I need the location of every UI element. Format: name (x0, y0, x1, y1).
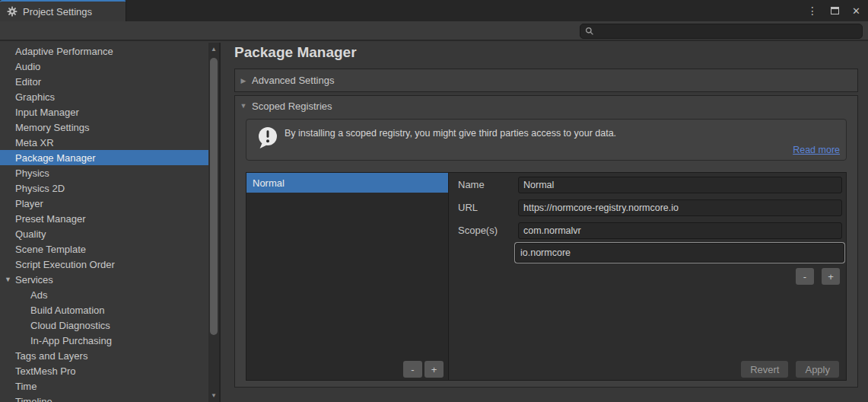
settings-sidebar: Adaptive Performance Audio Editor Graphi… (0, 43, 221, 402)
search-icon (585, 27, 594, 36)
sidebar-item-scene-template[interactable]: Scene Template (0, 241, 219, 257)
scoped-registries-section: ▼ Scoped Registries By installing a scop… (234, 95, 858, 388)
info-icon (256, 125, 280, 151)
scope-field-1[interactable] (518, 222, 842, 239)
scroll-up-icon[interactable]: ▲ (208, 46, 219, 53)
scroll-down-icon[interactable]: ▼ (208, 392, 219, 399)
sidebar-item-cloud-diagnostics[interactable]: Cloud Diagnostics (0, 317, 219, 333)
sidebar-item-physics[interactable]: Physics (0, 165, 219, 180)
sidebar-item-build-automation[interactable]: Build Automation (0, 302, 219, 317)
sidebar-item-script-execution-order[interactable]: Script Execution Order (0, 257, 219, 272)
scrollbar-thumb[interactable] (210, 58, 218, 335)
registry-list: Normal - + (246, 173, 449, 380)
sidebar-item-editor[interactable]: Editor (0, 74, 219, 89)
sidebar-item-services[interactable]: ▼ Services (0, 272, 219, 287)
settings-content: Package Manager ▶ Advanced Settings ▼ Sc… (222, 43, 868, 402)
add-scope-button[interactable]: + (822, 268, 840, 285)
scope-field-2-focused[interactable] (515, 243, 844, 263)
scope-buttons: - + (796, 268, 840, 285)
add-registry-button[interactable]: + (424, 361, 444, 378)
settings-toolbar (0, 21, 868, 41)
registry-list-item-normal[interactable]: Normal (246, 173, 448, 193)
sidebar-item-package-manager[interactable]: Package Manager (0, 150, 219, 165)
window-controls: ⋮ ✕ (807, 0, 860, 21)
maximize-icon[interactable] (831, 7, 839, 14)
sidebar-item-meta-xr[interactable]: Meta XR (0, 135, 219, 150)
search-input[interactable] (597, 25, 862, 37)
sidebar-item-input-manager[interactable]: Input Manager (0, 104, 219, 120)
revert-button[interactable]: Revert (741, 361, 788, 378)
gear-icon (7, 6, 17, 17)
sidebar-item-memory-settings[interactable]: Memory Settings (0, 120, 219, 135)
sidebar-item-timeline[interactable]: Timeline (0, 394, 219, 402)
scoped-registries-foldout[interactable]: ▼ Scoped Registries (235, 96, 857, 116)
registry-panel: Normal - + Name URL Scope(s) (246, 172, 847, 381)
tab-title: Project Settings (23, 6, 92, 18)
sidebar-scrollbar[interactable]: ▲ ▼ (208, 43, 219, 402)
sidebar-item-quality[interactable]: Quality (0, 226, 219, 241)
search-box[interactable] (580, 24, 863, 39)
sidebar-item-tags-and-layers[interactable]: Tags and Layers (0, 348, 219, 363)
title-bar: Project Settings ⋮ ✕ (0, 0, 868, 21)
scoped-registry-warning: By installing a scoped registry, you mig… (246, 119, 847, 161)
apply-button[interactable]: Apply (796, 361, 839, 378)
name-label: Name (458, 179, 485, 190)
sidebar-item-time[interactable]: Time (0, 378, 219, 394)
warning-text: By installing a scoped registry, you mig… (285, 128, 800, 139)
sidebar-item-in-app-purchasing[interactable]: In-App Purchasing (0, 333, 219, 348)
remove-registry-button[interactable]: - (403, 361, 422, 378)
form-action-buttons: Revert Apply (741, 361, 839, 378)
sidebar-item-player[interactable]: Player (0, 196, 219, 211)
tab-project-settings[interactable]: Project Settings (0, 0, 126, 21)
foldout-expanded-icon[interactable]: ▼ (240, 102, 247, 110)
sidebar-item-ads[interactable]: Ads (0, 287, 219, 302)
advanced-settings-foldout[interactable]: ▶ Advanced Settings (234, 69, 858, 92)
url-field[interactable] (518, 199, 842, 216)
sidebar-item-textmesh-pro[interactable]: TextMesh Pro (0, 363, 219, 378)
registry-list-buttons: - + (403, 361, 444, 378)
sidebar-list: Adaptive Performance Audio Editor Graphi… (0, 43, 219, 402)
project-settings-window: Project Settings ⋮ ✕ Adaptive Performanc… (0, 0, 868, 402)
close-icon[interactable]: ✕ (852, 6, 860, 16)
sidebar-item-adaptive-performance[interactable]: Adaptive Performance (0, 43, 219, 59)
window-menu-icon[interactable]: ⋮ (807, 5, 818, 16)
sidebar-item-graphics[interactable]: Graphics (0, 89, 219, 104)
scopes-label: Scope(s) (458, 225, 498, 236)
url-label: URL (458, 202, 478, 213)
read-more-link[interactable]: Read more (793, 145, 840, 155)
registry-detail-form: Name URL Scope(s) - + Revert Apply (449, 173, 846, 380)
remove-scope-button[interactable]: - (796, 268, 814, 285)
page-title: Package Manager (234, 44, 357, 61)
foldout-expanded-icon[interactable]: ▼ (5, 276, 11, 283)
sidebar-item-preset-manager[interactable]: Preset Manager (0, 211, 219, 226)
name-field[interactable] (518, 177, 842, 193)
sidebar-item-audio[interactable]: Audio (0, 59, 219, 74)
sidebar-item-physics-2d[interactable]: Physics 2D (0, 180, 219, 196)
foldout-collapsed-icon[interactable]: ▶ (240, 77, 247, 85)
